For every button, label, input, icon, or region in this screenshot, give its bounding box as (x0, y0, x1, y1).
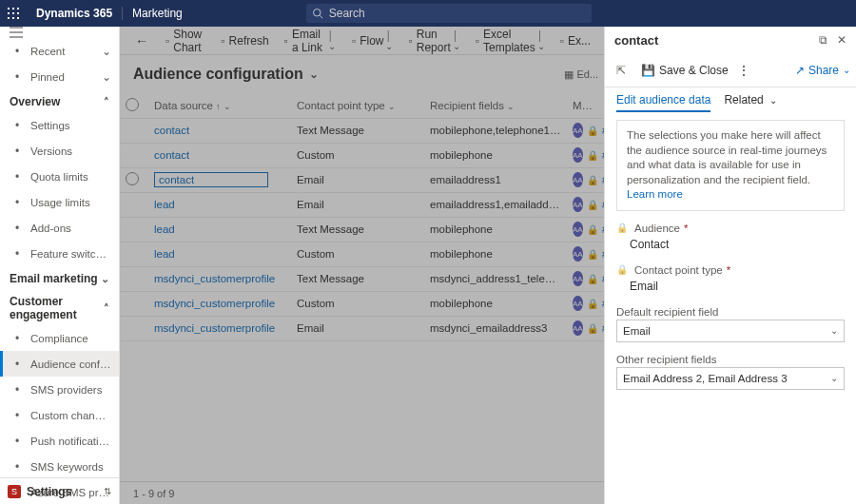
modified-by-link[interactable]: # admi... (602, 322, 604, 334)
nav-item-sms-keywords[interactable]: •SMS keywords (0, 454, 119, 479)
svg-rect-7 (12, 17, 14, 19)
cmd-ex-[interactable]: ▫Ex... (553, 27, 598, 55)
cmd-email-a-link[interactable]: ▫Email a Link│ ⌄ (277, 27, 344, 55)
nav-item-usage-limits[interactable]: •Usage limits (0, 189, 119, 215)
area-label: Settings (27, 485, 104, 498)
table-row[interactable]: contactEmailemailaddress1AA🔒# admi... (120, 167, 604, 192)
modified-by-link[interactable]: # admi... (602, 298, 604, 309)
nav-item-quota-limits[interactable]: •Quota limits (0, 164, 119, 189)
data-source-link[interactable]: lead (154, 199, 175, 210)
cell-recipients: mobilephone (424, 291, 567, 316)
cell-cpt: Email (291, 192, 424, 217)
nav-item-sms-providers[interactable]: •SMS providers (0, 377, 119, 402)
table-row[interactable]: leadText MessagemobilephoneAA🔒# admi... (120, 217, 604, 242)
nav-group-email-marketing[interactable]: Email marketing⌄ (0, 266, 119, 289)
save-close-button[interactable]: 💾 Save & Close (635, 57, 734, 84)
view-selector[interactable]: Audience configuration ⌄ (120, 55, 319, 93)
data-source-link[interactable]: lead (154, 248, 175, 260)
row-selector[interactable] (120, 217, 148, 242)
app-launcher-icon[interactable] (0, 8, 27, 19)
modified-by-link[interactable]: # admi... (602, 223, 604, 235)
open-new-window-button[interactable]: ⇱ (611, 57, 635, 84)
nav-item-audience-configu-[interactable]: •Audience configu... (0, 351, 119, 377)
usage-icon: • (10, 196, 25, 209)
table-row[interactable]: msdynci_customerprofileEmailmsdynci_emai… (120, 316, 604, 340)
more-commands-button[interactable]: ⋮ (734, 63, 753, 78)
row-selector[interactable] (120, 242, 148, 266)
nav-item-add-ons[interactable]: •Add-ons (0, 215, 119, 241)
col-recipient-fields[interactable]: Recipient fields⌄ (424, 93, 567, 118)
edit-columns-button[interactable]: ▦Ed... (564, 68, 598, 81)
col-data-source[interactable]: Data source↑⌄ (148, 93, 291, 118)
select-all[interactable] (120, 93, 148, 118)
other-recipients-select[interactable]: Email Address 2, Email Address 3 ⌄ (616, 367, 845, 390)
nav-item-push-notifications[interactable]: •Push notifications (0, 428, 119, 454)
cmd-show-chart[interactable]: ▫Show Chart (158, 27, 213, 55)
share-button[interactable]: ↗ Share ⌄ (795, 64, 850, 77)
cell-cpt: Custom (291, 291, 424, 316)
col-contact-point-type[interactable]: Contact point type⌄ (291, 93, 424, 118)
row-selector[interactable] (120, 118, 148, 143)
table-row[interactable]: leadCustommobilephoneAA🔒# admi... (120, 242, 604, 266)
popout-icon[interactable]: ⧉ (819, 33, 827, 47)
data-source-link[interactable]: contact (154, 149, 189, 161)
table-row[interactable]: contactText Messagemobilephone,telephone… (120, 118, 604, 143)
row-selector[interactable] (120, 316, 148, 340)
modified-by-link[interactable]: # admi... (602, 174, 604, 185)
data-source-link[interactable]: msdynci_customerprofile (154, 298, 275, 309)
modified-by-link[interactable]: # admi... (602, 248, 604, 260)
data-source-link[interactable]: msdynci_customerprofile (154, 273, 275, 284)
col-modified-by[interactable]: Modified By (567, 93, 604, 118)
default-recipient-select[interactable]: Email ⌄ (616, 320, 845, 342)
table-row[interactable]: msdynci_customerprofileCustommobilephone… (120, 291, 604, 316)
back-arrow-icon: ← (135, 33, 148, 48)
global-header: Dynamics 365 Marketing Search (0, 0, 856, 27)
row-selector[interactable] (120, 291, 148, 316)
cmd-run-report[interactable]: ▫Run Report│ ⌄ (400, 27, 467, 55)
row-selector[interactable] (120, 143, 148, 167)
lock-icon: 🔒 (587, 323, 598, 334)
global-search[interactable]: Search (306, 4, 592, 23)
learn-more-link[interactable]: Learn more (627, 188, 683, 200)
cmd-excel-templates[interactable]: ▫Excel Templates│ ⌄ (468, 27, 553, 55)
data-source-link[interactable]: msdynci_customerprofile (154, 322, 275, 334)
doc-icon: • (10, 332, 25, 345)
table-row[interactable]: leadEmailemailaddress1,emailaddress2,e..… (120, 192, 604, 217)
cmd-refresh[interactable]: ▫Refresh (213, 27, 276, 55)
cell-recipients: mobilephone (424, 217, 567, 242)
command-bar: ← ▫Show Chart▫Refresh▫Email a Link│ ⌄▫Fl… (120, 27, 604, 55)
data-source-link[interactable]: lead (154, 223, 175, 235)
close-icon[interactable]: ✕ (837, 33, 846, 47)
nav-item-versions[interactable]: •Versions (0, 138, 119, 164)
nav-item-settings[interactable]: •Settings (0, 112, 119, 138)
area-switcher[interactable]: S Settings ⇅ (0, 477, 119, 504)
table-row[interactable]: msdynci_customerprofileText Messagemsdyn… (120, 266, 604, 291)
modified-by-link[interactable]: # admi... (602, 149, 604, 161)
nav-item-feature-switches[interactable]: •Feature switches (0, 241, 119, 266)
audience-value: Contact (616, 236, 845, 253)
nav-item-compliance[interactable]: •Compliance (0, 325, 119, 351)
grid-footer: 1 - 9 of 9 (120, 481, 604, 504)
avatar: AA (573, 246, 583, 262)
nav-group-overview[interactable]: Overview˄ (0, 89, 119, 112)
nav-recent[interactable]: •Recent⌄ (0, 38, 119, 64)
data-source-link[interactable]: contact (154, 172, 268, 187)
row-selector[interactable] (120, 192, 148, 217)
nav-collapse-button[interactable] (0, 27, 119, 38)
tab-related[interactable]: Related ⌄ (724, 93, 777, 112)
nav-pinned[interactable]: •Pinned⌄ (0, 64, 119, 89)
data-source-link[interactable]: contact (154, 125, 189, 136)
back-button[interactable]: ← (126, 27, 158, 55)
row-selector[interactable] (120, 167, 148, 192)
nav-group-customer-engagement[interactable]: Customer engagement˄ (0, 289, 119, 325)
svg-line-10 (320, 15, 322, 18)
cmd-flow[interactable]: ▫Flow│ ⌄ (344, 27, 401, 55)
lock-icon: 🔒 (587, 224, 598, 235)
table-row[interactable]: contactCustommobilephoneAA🔒# admi... (120, 143, 604, 167)
row-selector[interactable] (120, 266, 148, 291)
tab-edit-audience-data[interactable]: Edit audience data (616, 93, 710, 112)
modified-by-link[interactable]: # admi... (602, 199, 604, 210)
nav-item-custom-channels[interactable]: •Custom channels (0, 402, 119, 428)
modified-by-link[interactable]: # admi... (602, 125, 604, 136)
modified-by-link[interactable]: # admi... (602, 273, 604, 284)
